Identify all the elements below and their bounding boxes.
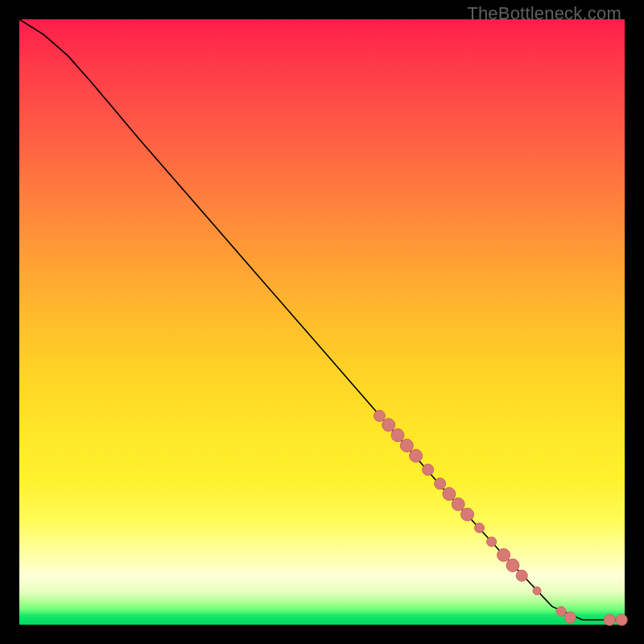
data-point	[452, 497, 464, 510]
data-points-group	[374, 411, 627, 625]
data-point	[461, 508, 474, 521]
watermark-text: TheBottleneck.com	[467, 3, 621, 24]
data-point	[533, 587, 541, 595]
data-point	[423, 464, 434, 476]
data-point	[516, 570, 527, 581]
chart-svg	[19, 19, 625, 625]
data-point	[604, 614, 615, 625]
data-point	[400, 439, 413, 452]
data-point	[443, 488, 456, 501]
data-point	[435, 478, 446, 489]
data-point	[475, 523, 485, 533]
data-point	[506, 559, 519, 572]
data-point	[410, 449, 423, 462]
data-point	[487, 537, 497, 547]
data-point	[374, 411, 385, 422]
data-point	[382, 419, 395, 431]
data-point	[616, 614, 627, 625]
data-point	[564, 612, 576, 623]
bottleneck-curve	[19, 19, 625, 620]
data-point	[497, 549, 510, 562]
chart-area	[19, 19, 625, 625]
data-point	[391, 429, 404, 442]
data-point	[556, 607, 566, 617]
